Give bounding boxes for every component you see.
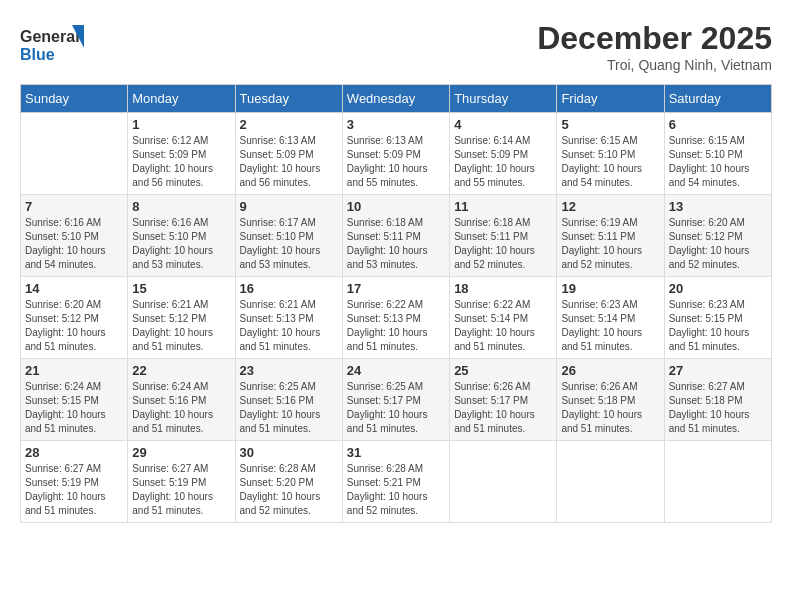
day-number: 18 <box>454 281 552 296</box>
day-number: 24 <box>347 363 445 378</box>
table-row: 21Sunrise: 6:24 AMSunset: 5:15 PMDayligh… <box>21 359 128 441</box>
day-info: Sunrise: 6:27 AMSunset: 5:18 PMDaylight:… <box>669 380 767 436</box>
day-number: 7 <box>25 199 123 214</box>
location-subtitle: Troi, Quang Ninh, Vietnam <box>537 57 772 73</box>
table-row: 29Sunrise: 6:27 AMSunset: 5:19 PMDayligh… <box>128 441 235 523</box>
day-info: Sunrise: 6:25 AMSunset: 5:17 PMDaylight:… <box>347 380 445 436</box>
day-info: Sunrise: 6:25 AMSunset: 5:16 PMDaylight:… <box>240 380 338 436</box>
table-row: 9Sunrise: 6:17 AMSunset: 5:10 PMDaylight… <box>235 195 342 277</box>
month-title: December 2025 <box>537 20 772 57</box>
day-info: Sunrise: 6:16 AMSunset: 5:10 PMDaylight:… <box>132 216 230 272</box>
day-number: 29 <box>132 445 230 460</box>
day-number: 10 <box>347 199 445 214</box>
calendar-week-row: 1Sunrise: 6:12 AMSunset: 5:09 PMDaylight… <box>21 113 772 195</box>
day-info: Sunrise: 6:24 AMSunset: 5:16 PMDaylight:… <box>132 380 230 436</box>
calendar-week-row: 14Sunrise: 6:20 AMSunset: 5:12 PMDayligh… <box>21 277 772 359</box>
day-number: 22 <box>132 363 230 378</box>
page-header: General Blue December 2025 Troi, Quang N… <box>20 20 772 74</box>
calendar-week-row: 21Sunrise: 6:24 AMSunset: 5:15 PMDayligh… <box>21 359 772 441</box>
day-info: Sunrise: 6:23 AMSunset: 5:15 PMDaylight:… <box>669 298 767 354</box>
day-info: Sunrise: 6:15 AMSunset: 5:10 PMDaylight:… <box>669 134 767 190</box>
day-number: 28 <box>25 445 123 460</box>
table-row: 5Sunrise: 6:15 AMSunset: 5:10 PMDaylight… <box>557 113 664 195</box>
day-number: 15 <box>132 281 230 296</box>
table-row: 4Sunrise: 6:14 AMSunset: 5:09 PMDaylight… <box>450 113 557 195</box>
col-tuesday: Tuesday <box>235 85 342 113</box>
day-number: 31 <box>347 445 445 460</box>
day-number: 1 <box>132 117 230 132</box>
day-info: Sunrise: 6:18 AMSunset: 5:11 PMDaylight:… <box>454 216 552 272</box>
day-info: Sunrise: 6:21 AMSunset: 5:13 PMDaylight:… <box>240 298 338 354</box>
calendar-header-row: Sunday Monday Tuesday Wednesday Thursday… <box>21 85 772 113</box>
table-row: 11Sunrise: 6:18 AMSunset: 5:11 PMDayligh… <box>450 195 557 277</box>
logo-icon: General Blue <box>20 20 90 70</box>
table-row: 14Sunrise: 6:20 AMSunset: 5:12 PMDayligh… <box>21 277 128 359</box>
day-info: Sunrise: 6:12 AMSunset: 5:09 PMDaylight:… <box>132 134 230 190</box>
day-info: Sunrise: 6:20 AMSunset: 5:12 PMDaylight:… <box>669 216 767 272</box>
day-number: 4 <box>454 117 552 132</box>
table-row: 26Sunrise: 6:26 AMSunset: 5:18 PMDayligh… <box>557 359 664 441</box>
table-row: 31Sunrise: 6:28 AMSunset: 5:21 PMDayligh… <box>342 441 449 523</box>
table-row: 7Sunrise: 6:16 AMSunset: 5:10 PMDaylight… <box>21 195 128 277</box>
table-row: 28Sunrise: 6:27 AMSunset: 5:19 PMDayligh… <box>21 441 128 523</box>
day-number: 19 <box>561 281 659 296</box>
day-number: 8 <box>132 199 230 214</box>
table-row: 10Sunrise: 6:18 AMSunset: 5:11 PMDayligh… <box>342 195 449 277</box>
day-number: 12 <box>561 199 659 214</box>
day-info: Sunrise: 6:27 AMSunset: 5:19 PMDaylight:… <box>132 462 230 518</box>
day-number: 14 <box>25 281 123 296</box>
day-info: Sunrise: 6:22 AMSunset: 5:14 PMDaylight:… <box>454 298 552 354</box>
col-monday: Monday <box>128 85 235 113</box>
table-row: 18Sunrise: 6:22 AMSunset: 5:14 PMDayligh… <box>450 277 557 359</box>
day-number: 3 <box>347 117 445 132</box>
calendar-week-row: 7Sunrise: 6:16 AMSunset: 5:10 PMDaylight… <box>21 195 772 277</box>
table-row: 15Sunrise: 6:21 AMSunset: 5:12 PMDayligh… <box>128 277 235 359</box>
day-number: 30 <box>240 445 338 460</box>
table-row <box>450 441 557 523</box>
day-info: Sunrise: 6:27 AMSunset: 5:19 PMDaylight:… <box>25 462 123 518</box>
day-info: Sunrise: 6:17 AMSunset: 5:10 PMDaylight:… <box>240 216 338 272</box>
table-row: 24Sunrise: 6:25 AMSunset: 5:17 PMDayligh… <box>342 359 449 441</box>
day-number: 23 <box>240 363 338 378</box>
day-info: Sunrise: 6:14 AMSunset: 5:09 PMDaylight:… <box>454 134 552 190</box>
table-row <box>664 441 771 523</box>
day-number: 26 <box>561 363 659 378</box>
day-info: Sunrise: 6:26 AMSunset: 5:18 PMDaylight:… <box>561 380 659 436</box>
day-info: Sunrise: 6:24 AMSunset: 5:15 PMDaylight:… <box>25 380 123 436</box>
calendar-table: Sunday Monday Tuesday Wednesday Thursday… <box>20 84 772 523</box>
day-info: Sunrise: 6:13 AMSunset: 5:09 PMDaylight:… <box>240 134 338 190</box>
day-number: 6 <box>669 117 767 132</box>
day-number: 27 <box>669 363 767 378</box>
table-row: 27Sunrise: 6:27 AMSunset: 5:18 PMDayligh… <box>664 359 771 441</box>
table-row: 23Sunrise: 6:25 AMSunset: 5:16 PMDayligh… <box>235 359 342 441</box>
day-info: Sunrise: 6:23 AMSunset: 5:14 PMDaylight:… <box>561 298 659 354</box>
day-info: Sunrise: 6:28 AMSunset: 5:20 PMDaylight:… <box>240 462 338 518</box>
day-info: Sunrise: 6:15 AMSunset: 5:10 PMDaylight:… <box>561 134 659 190</box>
table-row: 25Sunrise: 6:26 AMSunset: 5:17 PMDayligh… <box>450 359 557 441</box>
col-friday: Friday <box>557 85 664 113</box>
day-info: Sunrise: 6:19 AMSunset: 5:11 PMDaylight:… <box>561 216 659 272</box>
day-number: 9 <box>240 199 338 214</box>
table-row: 3Sunrise: 6:13 AMSunset: 5:09 PMDaylight… <box>342 113 449 195</box>
table-row: 1Sunrise: 6:12 AMSunset: 5:09 PMDaylight… <box>128 113 235 195</box>
table-row: 17Sunrise: 6:22 AMSunset: 5:13 PMDayligh… <box>342 277 449 359</box>
title-block: December 2025 Troi, Quang Ninh, Vietnam <box>537 20 772 73</box>
day-info: Sunrise: 6:13 AMSunset: 5:09 PMDaylight:… <box>347 134 445 190</box>
day-number: 25 <box>454 363 552 378</box>
table-row: 12Sunrise: 6:19 AMSunset: 5:11 PMDayligh… <box>557 195 664 277</box>
day-number: 16 <box>240 281 338 296</box>
col-sunday: Sunday <box>21 85 128 113</box>
day-info: Sunrise: 6:20 AMSunset: 5:12 PMDaylight:… <box>25 298 123 354</box>
day-info: Sunrise: 6:28 AMSunset: 5:21 PMDaylight:… <box>347 462 445 518</box>
logo: General Blue <box>20 20 90 74</box>
table-row: 30Sunrise: 6:28 AMSunset: 5:20 PMDayligh… <box>235 441 342 523</box>
day-number: 20 <box>669 281 767 296</box>
table-row: 6Sunrise: 6:15 AMSunset: 5:10 PMDaylight… <box>664 113 771 195</box>
day-info: Sunrise: 6:18 AMSunset: 5:11 PMDaylight:… <box>347 216 445 272</box>
calendar-week-row: 28Sunrise: 6:27 AMSunset: 5:19 PMDayligh… <box>21 441 772 523</box>
table-row <box>21 113 128 195</box>
svg-text:General: General <box>20 28 80 45</box>
col-saturday: Saturday <box>664 85 771 113</box>
day-number: 13 <box>669 199 767 214</box>
table-row: 2Sunrise: 6:13 AMSunset: 5:09 PMDaylight… <box>235 113 342 195</box>
